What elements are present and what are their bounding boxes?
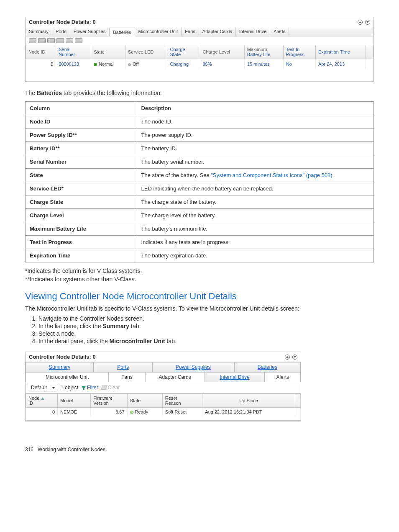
table-row[interactable]: 0 00000123 Normal Off Charging 86% 15 mi… [26,59,373,69]
collapse-up-icon[interactable] [358,20,363,25]
tab-alerts[interactable]: Alerts [270,27,289,36]
tab-power-supplies[interactable]: Power Supplies [70,27,109,36]
cross-reference-link[interactable]: "System and Component Status Icons" (pag… [211,172,332,178]
text-bold: Microcontroller Unit [110,338,165,344]
col-label: ID [28,401,33,406]
cell-model: NEMOE [58,408,91,416]
status-dot-ready-icon [130,411,133,414]
table-row[interactable]: 0 NEMOE 3.67 Ready Soft Reset Aug 22, 20… [26,408,301,416]
col-node-id[interactable]: NodeID [26,394,58,408]
cell-charge-level: 86% [203,62,212,67]
table-row: Service LED*LED indicating when the node… [26,182,374,195]
tab-power-supplies[interactable]: Power Supplies [152,362,234,372]
col-label: Expiration Time [318,49,350,54]
sort-asc-icon [41,397,44,400]
table-row: Power Supply ID**The power supply ID. [26,129,374,142]
cell-column: Charge State [26,195,137,209]
collapse-down-icon[interactable] [365,20,370,25]
status-dot-normal-icon [94,63,97,66]
col-serial-number[interactable]: SerialNumber [56,45,91,59]
table-row: Charge LevelThe charge level of the batt… [26,209,374,222]
panel-header: Controller Node Details: 0 [26,17,373,27]
section-heading: Viewing Controller Node Microcontroller … [25,291,374,302]
col-charge-level[interactable]: Charge Level [200,45,244,59]
col-model[interactable]: Model [58,394,91,408]
tab-fans[interactable]: Fans [182,27,199,36]
col-reset-reason[interactable]: ResetReason [162,394,202,408]
table-row: Node IDThe node ID. [26,115,374,129]
cell-column: Charge Level [26,209,137,222]
tab-batteries[interactable]: Batteries [234,362,301,372]
col-expiration-time[interactable]: Expiration Time [316,45,366,59]
col-firmware-version[interactable]: FirmwareVersion [91,394,127,408]
text-bold: Summary [102,323,129,329]
tab-row-bottom: Microcontroller Unit Fans Adapter Cards … [26,372,301,382]
col-node-id[interactable]: Node ID [26,45,56,59]
cell-state-text: Normal [99,62,113,67]
cell-column: Node ID [26,115,137,129]
page-footer: 316 Working with Controller Nodes [25,447,374,452]
table-row: Serial NumberThe battery serial number. [26,155,374,169]
cell-led-text: Off [133,62,138,67]
cell-state: Ready [127,408,162,416]
led-off-icon [128,63,131,66]
tab-adapter-cards[interactable]: Adapter Cards [199,27,236,36]
tab-summary[interactable]: Summary [26,27,52,36]
col-state[interactable]: State [127,394,162,408]
tab-microcontroller-unit[interactable]: Microcontroller Unit [135,27,182,36]
battery-icon [38,38,46,43]
tab-batteries[interactable]: Batteries [109,28,135,36]
tab-internal-drive[interactable]: Internal Drive [205,372,265,382]
col-label: Firmware [93,396,113,401]
tab-ports[interactable]: Ports [94,362,152,372]
cell-node-id: 0 [26,408,58,416]
text: In the detail pane, click the [38,338,110,344]
col-max-battery-life[interactable]: MaximumBattery Life [244,45,283,59]
col-service-led[interactable]: Service LED [125,45,167,59]
tab-adapter-cards[interactable]: Adapter Cards [145,372,205,382]
collapse-down-icon[interactable] [292,355,297,360]
header-icons [358,20,370,25]
cell-column: State [26,169,137,182]
cell-firmware: 3.67 [91,408,127,416]
cell-description: The power supply ID. [137,129,373,142]
col-test-in-progress[interactable]: Test InProgress [283,45,315,59]
tab-internal-drive[interactable]: Internal Drive [236,27,270,36]
col-label: Charge [170,47,185,52]
cell-description: The battery expiration date. [137,249,373,262]
battery-icon [66,38,73,43]
tab-summary[interactable]: Summary [26,362,94,372]
cell-expiration: Apr 24, 2013 [318,62,345,67]
col-label: Battery Life [247,52,271,57]
text: The [25,90,37,96]
col-spacer [366,45,373,59]
clear-link[interactable]: Clear [102,385,120,391]
cell-description: LED indicating when the node battery can… [137,182,373,195]
cell-column: Service LED* [26,182,137,195]
cell-column: Serial Number [26,155,137,169]
col-up-since[interactable]: Up Since [202,394,295,408]
col-state[interactable]: State [91,45,125,59]
batteries-grid: Node ID SerialNumber State Service LED C… [26,45,373,81]
view-dropdown[interactable]: Default [29,384,57,391]
controller-node-details-mcu-panel: Controller Node Details: 0 Summary Ports… [25,352,301,421]
battery-icon [75,38,82,43]
tab-alerts[interactable]: Alerts [264,372,301,382]
tab-fans[interactable]: Fans [109,372,145,382]
filter-bar: Default 1 object Filter Clear [26,382,301,393]
cell-column: Battery ID** [26,142,137,155]
col-label: Node [28,396,39,401]
tab-microcontroller-unit[interactable]: Microcontroller Unit [26,372,109,382]
col-charge-state[interactable]: ChargeState [167,45,200,59]
header-description: Description [137,102,373,115]
filter-link[interactable]: Filter [82,385,98,391]
collapse-up-icon[interactable] [285,355,290,360]
cell-column: Power Supply ID** [26,129,137,142]
cell-description: The battery serial number. [137,155,373,169]
col-label: Maximum [247,47,267,52]
table-row: Maximum Battery LifeThe battery's maximu… [26,222,374,236]
tab-ports[interactable]: Ports [52,27,70,36]
footnote-other: **Indicates for systems other than V-Cla… [25,276,374,283]
cell-serial: 00000123 [59,62,79,67]
table-row: StateThe state of the battery. See "Syst… [26,169,374,182]
